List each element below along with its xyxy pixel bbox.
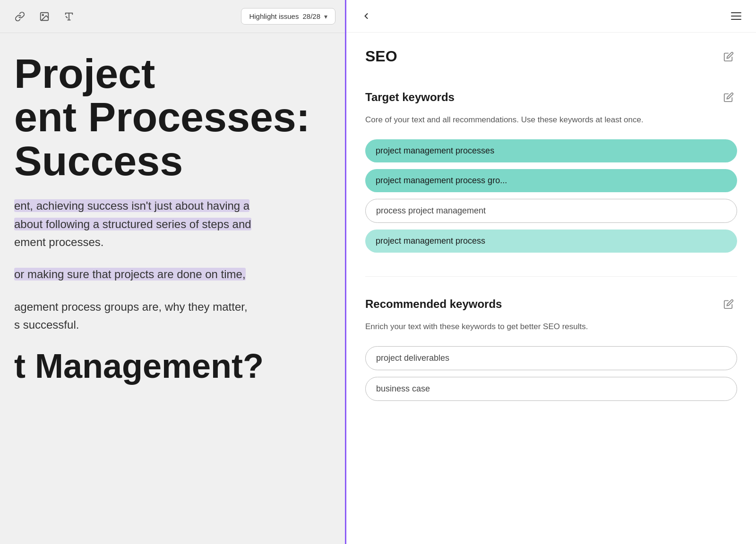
target-keyword-2[interactable]: process project management — [365, 199, 737, 223]
seo-edit-icon[interactable] — [720, 48, 737, 65]
editor-panel: Highlight issues 28/28 ▾ Project ent Pro… — [0, 0, 345, 544]
target-keyword-3[interactable]: project management process — [365, 230, 737, 253]
target-keywords-edit-icon[interactable] — [720, 89, 737, 106]
editor-content: Project ent Processes: Success ent, achi… — [0, 33, 345, 403]
target-keywords-title: Target keywords — [365, 91, 455, 104]
recommended-keywords-edit-icon[interactable] — [720, 296, 737, 313]
seo-main-header: SEO — [365, 48, 737, 65]
seo-panel-header — [346, 0, 756, 33]
recommended-keywords-title: Recommended keywords — [365, 298, 502, 311]
recommended-keywords-section: Recommended keywords Enrich your text wi… — [365, 296, 737, 401]
target-keywords-header: Target keywords — [365, 89, 737, 106]
target-keywords-description: Core of your text and all recommendation… — [365, 113, 737, 126]
paragraph-1: ent, achieving success isn't just about … — [0, 197, 331, 251]
editor-toolbar: Highlight issues 28/28 ▾ — [0, 0, 345, 33]
target-keyword-0[interactable]: project management processes — [365, 139, 737, 162]
paragraph-2: or making sure that projects are done on… — [0, 265, 331, 283]
paragraph-3: agement process groups are, why they mat… — [0, 298, 331, 334]
image-icon-button[interactable] — [34, 6, 55, 27]
recommended-keyword-1[interactable]: business case — [365, 377, 737, 401]
document-title: Project ent Processes: Success — [0, 52, 331, 183]
target-keywords-section: Target keywords Core of your text and al… — [365, 89, 737, 253]
back-button[interactable] — [358, 8, 375, 25]
highlight-count: 28/28 — [302, 12, 320, 20]
svg-line-4 — [66, 17, 68, 18]
recommended-keyword-0[interactable]: project deliverables — [365, 346, 737, 370]
hamburger-line-3 — [731, 19, 741, 20]
link-icon-button[interactable] — [9, 6, 30, 27]
highlight-label: Highlight issues — [249, 12, 299, 20]
seo-panel: SEO Target keywords — [345, 0, 756, 544]
hamburger-menu-button[interactable] — [728, 8, 745, 25]
recommended-keywords-list: project deliverablesbusiness case — [365, 346, 737, 401]
hamburger-line-2 — [731, 16, 741, 17]
recommended-keywords-description: Enrich your text with these keywords to … — [365, 320, 737, 333]
highlight-issues-button[interactable]: Highlight issues 28/28 ▾ — [241, 8, 335, 25]
hamburger-line-1 — [731, 12, 741, 13]
recommended-keywords-header: Recommended keywords — [365, 296, 737, 313]
section-divider — [365, 276, 737, 277]
seo-title: SEO — [365, 48, 397, 65]
svg-point-1 — [42, 14, 43, 16]
format-icon-button[interactable] — [59, 6, 79, 27]
target-keywords-list: project management processesproject mana… — [365, 139, 737, 253]
document-subtitle: t Management? — [0, 348, 331, 384]
chevron-down-icon: ▾ — [324, 13, 327, 20]
seo-title-section: SEO — [365, 48, 737, 65]
target-keyword-1[interactable]: project management process gro... — [365, 169, 737, 192]
seo-panel-body: SEO Target keywords — [346, 33, 756, 544]
